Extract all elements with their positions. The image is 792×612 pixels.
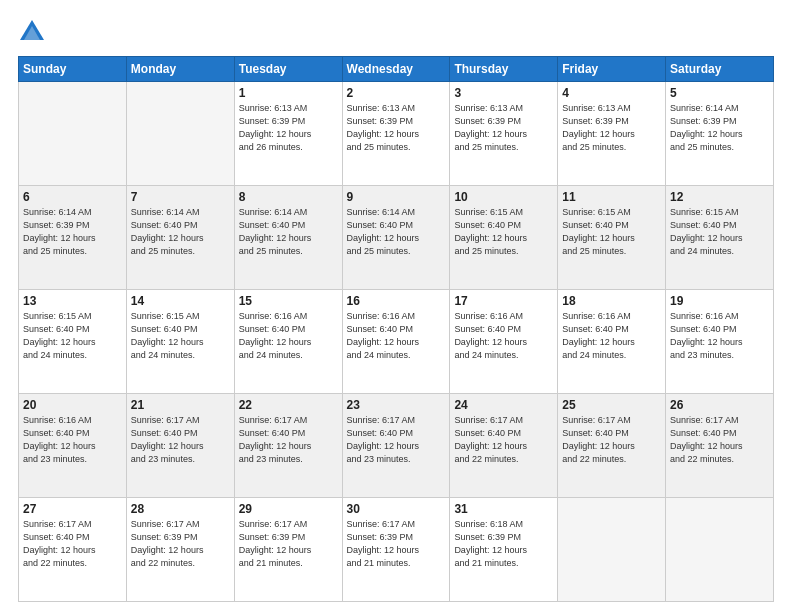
day-info: Sunrise: 6:17 AMSunset: 6:40 PMDaylight:…	[454, 414, 553, 466]
day-info: Sunrise: 6:17 AMSunset: 6:39 PMDaylight:…	[131, 518, 230, 570]
day-number: 4	[562, 86, 661, 100]
day-info: Sunrise: 6:16 AMSunset: 6:40 PMDaylight:…	[562, 310, 661, 362]
calendar-cell: 4Sunrise: 6:13 AMSunset: 6:39 PMDaylight…	[558, 82, 666, 186]
calendar-header-row: SundayMondayTuesdayWednesdayThursdayFrid…	[19, 57, 774, 82]
day-number: 20	[23, 398, 122, 412]
day-number: 3	[454, 86, 553, 100]
calendar-cell: 9Sunrise: 6:14 AMSunset: 6:40 PMDaylight…	[342, 186, 450, 290]
calendar-cell: 14Sunrise: 6:15 AMSunset: 6:40 PMDayligh…	[126, 290, 234, 394]
calendar-header-monday: Monday	[126, 57, 234, 82]
calendar-cell: 25Sunrise: 6:17 AMSunset: 6:40 PMDayligh…	[558, 394, 666, 498]
calendar-week-row: 13Sunrise: 6:15 AMSunset: 6:40 PMDayligh…	[19, 290, 774, 394]
day-number: 8	[239, 190, 338, 204]
day-info: Sunrise: 6:16 AMSunset: 6:40 PMDaylight:…	[239, 310, 338, 362]
calendar-week-row: 27Sunrise: 6:17 AMSunset: 6:40 PMDayligh…	[19, 498, 774, 602]
day-number: 27	[23, 502, 122, 516]
day-info: Sunrise: 6:15 AMSunset: 6:40 PMDaylight:…	[670, 206, 769, 258]
day-number: 10	[454, 190, 553, 204]
day-number: 21	[131, 398, 230, 412]
day-number: 19	[670, 294, 769, 308]
day-info: Sunrise: 6:14 AMSunset: 6:39 PMDaylight:…	[670, 102, 769, 154]
day-number: 28	[131, 502, 230, 516]
day-info: Sunrise: 6:17 AMSunset: 6:40 PMDaylight:…	[562, 414, 661, 466]
calendar-cell: 13Sunrise: 6:15 AMSunset: 6:40 PMDayligh…	[19, 290, 127, 394]
day-info: Sunrise: 6:13 AMSunset: 6:39 PMDaylight:…	[454, 102, 553, 154]
day-number: 18	[562, 294, 661, 308]
calendar-cell: 22Sunrise: 6:17 AMSunset: 6:40 PMDayligh…	[234, 394, 342, 498]
calendar-cell: 2Sunrise: 6:13 AMSunset: 6:39 PMDaylight…	[342, 82, 450, 186]
day-info: Sunrise: 6:14 AMSunset: 6:40 PMDaylight:…	[347, 206, 446, 258]
logo	[18, 18, 50, 46]
page: SundayMondayTuesdayWednesdayThursdayFrid…	[0, 0, 792, 612]
calendar-cell: 27Sunrise: 6:17 AMSunset: 6:40 PMDayligh…	[19, 498, 127, 602]
logo-icon	[18, 18, 46, 46]
day-info: Sunrise: 6:14 AMSunset: 6:39 PMDaylight:…	[23, 206, 122, 258]
calendar-cell: 29Sunrise: 6:17 AMSunset: 6:39 PMDayligh…	[234, 498, 342, 602]
calendar-header-friday: Friday	[558, 57, 666, 82]
day-number: 14	[131, 294, 230, 308]
calendar-header-tuesday: Tuesday	[234, 57, 342, 82]
calendar-cell: 23Sunrise: 6:17 AMSunset: 6:40 PMDayligh…	[342, 394, 450, 498]
calendar-cell: 19Sunrise: 6:16 AMSunset: 6:40 PMDayligh…	[666, 290, 774, 394]
day-number: 31	[454, 502, 553, 516]
calendar-header-sunday: Sunday	[19, 57, 127, 82]
day-info: Sunrise: 6:17 AMSunset: 6:40 PMDaylight:…	[670, 414, 769, 466]
calendar-week-row: 1Sunrise: 6:13 AMSunset: 6:39 PMDaylight…	[19, 82, 774, 186]
day-number: 17	[454, 294, 553, 308]
calendar-cell: 17Sunrise: 6:16 AMSunset: 6:40 PMDayligh…	[450, 290, 558, 394]
day-info: Sunrise: 6:17 AMSunset: 6:40 PMDaylight:…	[239, 414, 338, 466]
calendar-cell	[19, 82, 127, 186]
day-number: 5	[670, 86, 769, 100]
day-info: Sunrise: 6:17 AMSunset: 6:39 PMDaylight:…	[239, 518, 338, 570]
day-info: Sunrise: 6:15 AMSunset: 6:40 PMDaylight:…	[23, 310, 122, 362]
calendar-header-wednesday: Wednesday	[342, 57, 450, 82]
calendar-cell: 5Sunrise: 6:14 AMSunset: 6:39 PMDaylight…	[666, 82, 774, 186]
day-number: 30	[347, 502, 446, 516]
day-info: Sunrise: 6:13 AMSunset: 6:39 PMDaylight:…	[562, 102, 661, 154]
calendar-cell: 7Sunrise: 6:14 AMSunset: 6:40 PMDaylight…	[126, 186, 234, 290]
calendar-cell: 21Sunrise: 6:17 AMSunset: 6:40 PMDayligh…	[126, 394, 234, 498]
calendar-table: SundayMondayTuesdayWednesdayThursdayFrid…	[18, 56, 774, 602]
day-number: 13	[23, 294, 122, 308]
day-info: Sunrise: 6:17 AMSunset: 6:40 PMDaylight:…	[131, 414, 230, 466]
day-info: Sunrise: 6:13 AMSunset: 6:39 PMDaylight:…	[239, 102, 338, 154]
calendar-week-row: 6Sunrise: 6:14 AMSunset: 6:39 PMDaylight…	[19, 186, 774, 290]
day-info: Sunrise: 6:16 AMSunset: 6:40 PMDaylight:…	[454, 310, 553, 362]
calendar-cell: 30Sunrise: 6:17 AMSunset: 6:39 PMDayligh…	[342, 498, 450, 602]
day-info: Sunrise: 6:17 AMSunset: 6:40 PMDaylight:…	[23, 518, 122, 570]
day-info: Sunrise: 6:16 AMSunset: 6:40 PMDaylight:…	[23, 414, 122, 466]
day-number: 7	[131, 190, 230, 204]
calendar-header-saturday: Saturday	[666, 57, 774, 82]
day-number: 6	[23, 190, 122, 204]
day-info: Sunrise: 6:16 AMSunset: 6:40 PMDaylight:…	[670, 310, 769, 362]
calendar-header-thursday: Thursday	[450, 57, 558, 82]
day-number: 11	[562, 190, 661, 204]
day-info: Sunrise: 6:15 AMSunset: 6:40 PMDaylight:…	[454, 206, 553, 258]
calendar-cell: 18Sunrise: 6:16 AMSunset: 6:40 PMDayligh…	[558, 290, 666, 394]
calendar-cell: 11Sunrise: 6:15 AMSunset: 6:40 PMDayligh…	[558, 186, 666, 290]
day-number: 1	[239, 86, 338, 100]
day-number: 23	[347, 398, 446, 412]
day-info: Sunrise: 6:13 AMSunset: 6:39 PMDaylight:…	[347, 102, 446, 154]
day-info: Sunrise: 6:18 AMSunset: 6:39 PMDaylight:…	[454, 518, 553, 570]
calendar-cell: 26Sunrise: 6:17 AMSunset: 6:40 PMDayligh…	[666, 394, 774, 498]
calendar-cell: 31Sunrise: 6:18 AMSunset: 6:39 PMDayligh…	[450, 498, 558, 602]
day-info: Sunrise: 6:15 AMSunset: 6:40 PMDaylight:…	[131, 310, 230, 362]
calendar-cell: 28Sunrise: 6:17 AMSunset: 6:39 PMDayligh…	[126, 498, 234, 602]
day-number: 25	[562, 398, 661, 412]
calendar-cell: 8Sunrise: 6:14 AMSunset: 6:40 PMDaylight…	[234, 186, 342, 290]
day-number: 22	[239, 398, 338, 412]
header	[18, 18, 774, 46]
day-number: 16	[347, 294, 446, 308]
calendar-cell	[666, 498, 774, 602]
calendar-cell: 12Sunrise: 6:15 AMSunset: 6:40 PMDayligh…	[666, 186, 774, 290]
day-info: Sunrise: 6:17 AMSunset: 6:39 PMDaylight:…	[347, 518, 446, 570]
day-number: 12	[670, 190, 769, 204]
day-number: 24	[454, 398, 553, 412]
calendar-cell: 24Sunrise: 6:17 AMSunset: 6:40 PMDayligh…	[450, 394, 558, 498]
calendar-cell: 20Sunrise: 6:16 AMSunset: 6:40 PMDayligh…	[19, 394, 127, 498]
calendar-cell: 10Sunrise: 6:15 AMSunset: 6:40 PMDayligh…	[450, 186, 558, 290]
day-number: 15	[239, 294, 338, 308]
calendar-week-row: 20Sunrise: 6:16 AMSunset: 6:40 PMDayligh…	[19, 394, 774, 498]
calendar-cell: 15Sunrise: 6:16 AMSunset: 6:40 PMDayligh…	[234, 290, 342, 394]
